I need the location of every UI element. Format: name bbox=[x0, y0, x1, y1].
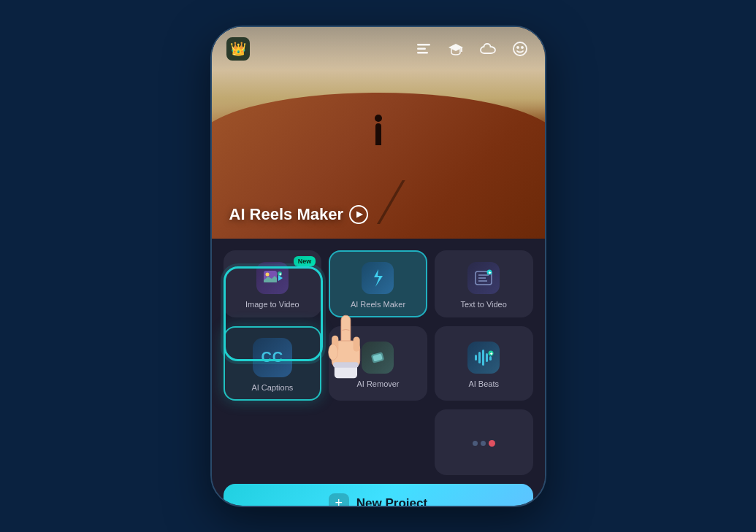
tool-card-ai-captions[interactable]: CC AI Captions bbox=[224, 326, 322, 401]
tool-card-text-to-video[interactable]: ✦ Text to Video bbox=[435, 250, 533, 317]
svg-rect-24 bbox=[486, 353, 488, 362]
svg-point-7 bbox=[522, 47, 523, 48]
svg-rect-1 bbox=[417, 47, 426, 50]
nav-icons-group bbox=[413, 39, 530, 59]
svg-text:✦: ✦ bbox=[278, 272, 282, 277]
phone-frame: 👑 bbox=[210, 26, 546, 507]
new-project-button[interactable]: + New Project bbox=[224, 484, 533, 507]
ai-beats-label: AI Beats bbox=[468, 379, 499, 388]
svg-point-5 bbox=[513, 42, 527, 55]
ai-captions-icon: CC bbox=[253, 338, 292, 377]
ai-remover-label: AI Remover bbox=[356, 379, 399, 388]
text-to-video-icon: ✦ bbox=[467, 262, 500, 294]
crown-badge[interactable]: 👑 bbox=[226, 37, 250, 61]
cloud-icon[interactable] bbox=[478, 39, 498, 59]
dot-1 bbox=[473, 441, 478, 446]
ai-reels-label: AI Reels Maker bbox=[351, 300, 405, 309]
tool-card-ai-beats[interactable]: ✦ AI Beats bbox=[435, 326, 533, 401]
dot-red bbox=[489, 440, 495, 447]
tool-card-ai-remover[interactable]: AI Remover bbox=[329, 326, 427, 401]
list-icon[interactable] bbox=[413, 39, 434, 59]
hero-banner: 👑 bbox=[212, 27, 545, 239]
crown-icon: 👑 bbox=[230, 41, 246, 57]
ai-remover-icon bbox=[362, 342, 394, 374]
smiley-icon[interactable] bbox=[510, 39, 530, 59]
text-to-video-label: Text to Video bbox=[460, 300, 506, 309]
new-project-label: New Project bbox=[356, 496, 427, 507]
tool-grid-row1: New ✦ Image to Video bbox=[224, 250, 533, 317]
svg-text:✦: ✦ bbox=[488, 271, 492, 275]
hero-title-text: AI Reels Maker bbox=[229, 205, 344, 224]
svg-rect-0 bbox=[417, 44, 430, 46]
new-badge: New bbox=[294, 256, 316, 266]
tool-card-more[interactable] bbox=[435, 409, 533, 475]
main-content: New ✦ Image to Video bbox=[212, 239, 545, 506]
graduation-icon[interactable] bbox=[446, 39, 466, 59]
tool-grid-row2: CC AI Captions AI Remover bbox=[224, 326, 533, 401]
svg-rect-21 bbox=[475, 355, 477, 361]
ai-beats-icon: ✦ bbox=[467, 342, 500, 374]
plus-symbol: + bbox=[335, 496, 343, 507]
plus-icon: + bbox=[329, 493, 349, 507]
svg-rect-2 bbox=[417, 52, 428, 54]
more-dots-icon bbox=[473, 440, 495, 447]
svg-rect-25 bbox=[489, 356, 492, 361]
image-to-video-icon: ✦ bbox=[256, 262, 289, 294]
tool-grid-row3 bbox=[224, 409, 533, 475]
ai-captions-label: AI Captions bbox=[251, 383, 293, 392]
svg-rect-23 bbox=[482, 350, 484, 366]
svg-text:✦: ✦ bbox=[489, 351, 493, 355]
svg-point-9 bbox=[265, 272, 269, 276]
tool-card-image-to-video[interactable]: New ✦ Image to Video bbox=[224, 250, 322, 317]
play-button[interactable]: ▶ bbox=[349, 205, 368, 224]
top-navigation: 👑 bbox=[212, 27, 545, 71]
hero-title[interactable]: AI Reels Maker ▶ bbox=[229, 205, 369, 224]
dot-2 bbox=[481, 441, 486, 446]
svg-marker-3 bbox=[448, 44, 463, 51]
tool-card-ai-reels[interactable]: AI Reels Maker bbox=[329, 250, 427, 317]
ai-reels-icon bbox=[362, 262, 394, 294]
svg-point-6 bbox=[517, 47, 519, 48]
image-to-video-label: Image to Video bbox=[245, 300, 299, 309]
person-silhouette bbox=[372, 115, 385, 151]
svg-rect-22 bbox=[478, 352, 481, 363]
